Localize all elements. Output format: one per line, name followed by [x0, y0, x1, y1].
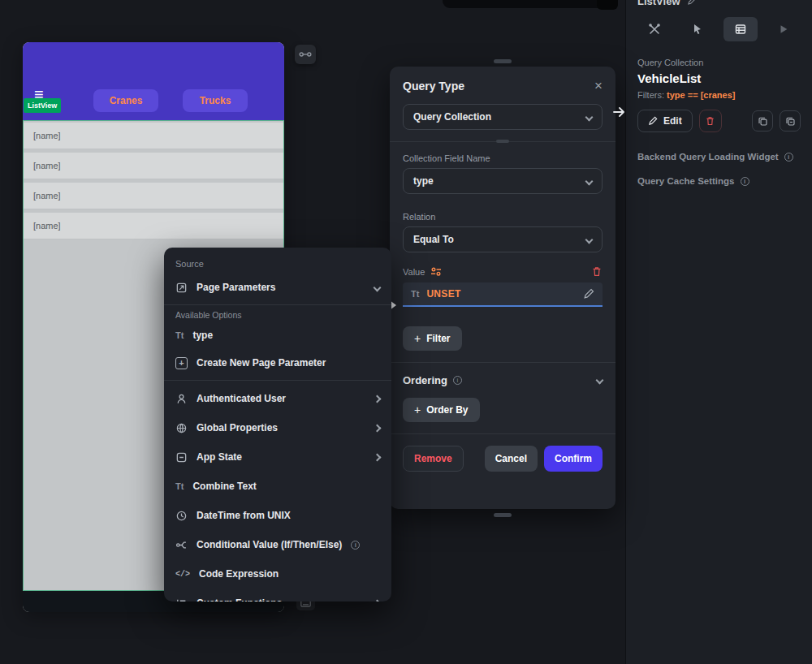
- edit-query-button[interactable]: Edit: [637, 110, 693, 132]
- interactions-tab[interactable]: [680, 17, 715, 41]
- list-item[interactable]: [name]: [24, 183, 283, 209]
- divider: [390, 433, 615, 434]
- menu-item-authenticated-user[interactable]: Authenticated User: [164, 384, 391, 413]
- plus-icon: +: [414, 332, 421, 345]
- list-item[interactable]: [name]: [24, 123, 283, 149]
- divider: [164, 304, 391, 305]
- menu-item-label: Global Properties: [197, 422, 278, 433]
- value-field[interactable]: Tt UNSET: [403, 282, 603, 307]
- chevron-down-icon: [585, 113, 594, 121]
- code-icon: </>: [175, 570, 190, 579]
- collection-field-dropdown[interactable]: type: [403, 168, 603, 194]
- list-item[interactable]: [name]: [24, 153, 283, 179]
- backend-query-tab[interactable]: [723, 17, 758, 41]
- selected-widget-title: ListView: [637, 0, 680, 7]
- connector-chip[interactable]: [295, 45, 316, 64]
- menu-item-code-expression[interactable]: </> Code Expression: [164, 559, 391, 589]
- dialog-title: Query Type: [403, 80, 464, 93]
- chevron-right-icon: [374, 599, 382, 601]
- edit-button-label: Edit: [663, 115, 682, 127]
- scroll-handle[interactable]: [496, 140, 509, 143]
- filters-summary: Filters: type == [cranes]: [637, 90, 801, 100]
- menu-item-type-parameter[interactable]: Tt type: [164, 321, 391, 349]
- menu-item-datetime-from-unix[interactable]: DateTime from UNIX: [164, 501, 391, 530]
- page-parameters-icon: [175, 282, 188, 294]
- close-icon[interactable]: ×: [594, 80, 603, 93]
- info-icon: i: [784, 153, 793, 162]
- text-type-icon: Tt: [411, 289, 419, 299]
- remove-button[interactable]: Remove: [403, 446, 464, 472]
- relation-label: Relation: [403, 212, 603, 222]
- query-type-dropdown[interactable]: Query Collection: [403, 104, 603, 130]
- relation-value: Equal To: [413, 234, 454, 245]
- list-item-text: [name]: [33, 161, 61, 170]
- info-icon: i: [453, 376, 462, 385]
- add-filter-button[interactable]: + Filter: [403, 326, 462, 351]
- menu-item-combine-text[interactable]: Tt Combine Text: [164, 472, 391, 501]
- menu-item-conditional-value[interactable]: Conditional Value (If/Then/Else) i: [164, 530, 391, 559]
- clock-icon: [175, 510, 188, 522]
- cranes-button[interactable]: Cranes: [93, 89, 158, 112]
- variable-toggle-icon[interactable]: [430, 267, 442, 276]
- text-type-icon: Tt: [175, 330, 184, 340]
- info-icon: i: [351, 541, 360, 550]
- top-toolbar-button[interactable]: [597, 0, 618, 10]
- user-icon: [175, 393, 188, 405]
- menu-item-label: Custom Functions: [197, 597, 282, 601]
- run-tab[interactable]: [767, 17, 801, 41]
- order-by-label: Order By: [426, 404, 468, 416]
- collection-field-label: Collection Field Name: [403, 153, 603, 163]
- trash-icon: [705, 115, 715, 127]
- menu-item-global-properties[interactable]: Global Properties: [164, 413, 391, 442]
- duplicate-icon: [785, 116, 796, 127]
- query-table-icon: [734, 23, 747, 36]
- globe-icon: [175, 422, 188, 434]
- menu-item-custom-functions[interactable]: Custom Functions: [164, 589, 391, 601]
- tools-tab[interactable]: [637, 17, 672, 41]
- list-item-text: [name]: [33, 191, 61, 200]
- cancel-button[interactable]: Cancel: [485, 446, 538, 472]
- query-cache-settings[interactable]: Query Cache Settings i: [637, 176, 801, 186]
- copy-query-button[interactable]: [752, 110, 773, 132]
- top-toolbar: [443, 0, 615, 8]
- app-bar-widget[interactable]: ≡ Cranes Trucks: [23, 42, 284, 120]
- menu-item-create-page-parameter[interactable]: + Create New Page Parameter: [164, 349, 391, 377]
- menu-item-label: Code Expression: [199, 568, 279, 580]
- edit-value-icon[interactable]: [583, 288, 594, 300]
- dialog-resize-handle-bottom[interactable]: [494, 513, 512, 517]
- list-item-text: [name]: [33, 131, 61, 140]
- order-by-button[interactable]: + Order By: [403, 398, 480, 422]
- menu-item-label: Create New Page Parameter: [197, 357, 326, 369]
- chevron-right-icon: [374, 424, 382, 432]
- delete-filter-icon[interactable]: [591, 265, 603, 278]
- chevron-right-icon: [374, 453, 382, 461]
- play-icon: [778, 24, 789, 35]
- chevron-down-icon: [585, 177, 594, 185]
- query-type-dialog: Query Type × Query Collection Collection…: [390, 67, 615, 509]
- branch-icon: [175, 539, 188, 551]
- widget-selection-badge[interactable]: ListView: [24, 98, 61, 113]
- list-item-text: [name]: [33, 221, 61, 231]
- menu-item-page-parameters[interactable]: Page Parameters: [164, 274, 391, 301]
- menu-item-label: Authenticated User: [197, 393, 286, 404]
- filters-value: type == [cranes]: [667, 90, 735, 100]
- menu-item-app-state[interactable]: App State: [164, 442, 391, 472]
- delete-query-button[interactable]: [699, 110, 722, 132]
- add-box-icon: +: [175, 357, 188, 369]
- ordering-section-header[interactable]: Ordering i: [403, 374, 603, 386]
- rename-icon[interactable]: [687, 0, 697, 6]
- confirm-button[interactable]: Confirm: [544, 446, 603, 472]
- info-icon: i: [741, 177, 749, 186]
- app-state-icon: [175, 451, 188, 464]
- chevron-down-icon: [585, 235, 594, 244]
- dialog-resize-handle-top[interactable]: [494, 59, 512, 63]
- cursor-icon: [691, 23, 704, 36]
- app-builder-screen: ≡ Cranes Trucks ListView [name] [name] […: [0, 0, 812, 664]
- copy-icon: [758, 116, 768, 127]
- trucks-button[interactable]: Trucks: [183, 89, 248, 112]
- paste-query-button[interactable]: [780, 110, 801, 132]
- relation-dropdown[interactable]: Equal To: [403, 226, 603, 252]
- functions-list-icon: [175, 597, 188, 602]
- backend-loading-widget-setting[interactable]: Backend Query Loading Widget i: [637, 152, 801, 162]
- list-item[interactable]: [name]: [24, 213, 283, 239]
